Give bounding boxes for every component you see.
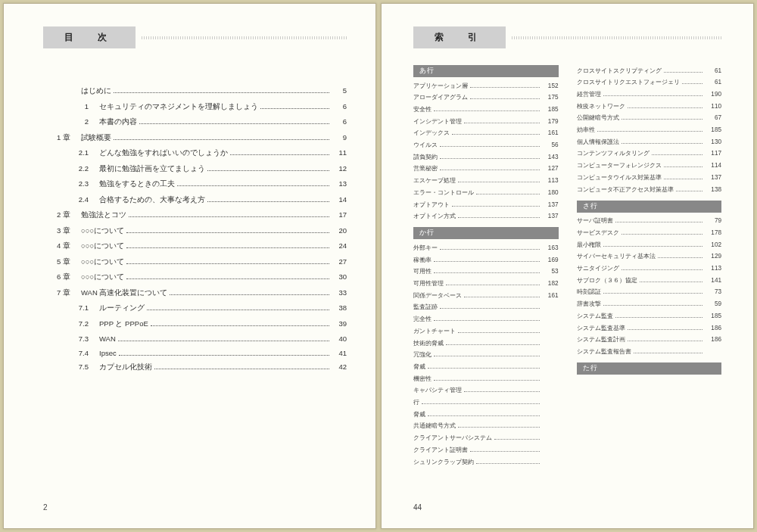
index-term: サイバーセキュリティ基本法 (577, 252, 656, 262)
index-group: クロスサイトスクリプティング61クロスサイトリクエストフォージェリ61経営管理1… (577, 65, 722, 196)
toc-label: 試験概要 (81, 133, 111, 143)
index-leader (470, 451, 540, 452)
index-group: か行外部キー163稼働率169可用性53可用性管理182関係データベース161監… (413, 227, 559, 468)
index-leader (434, 110, 540, 111)
index-leader (621, 143, 703, 144)
index-group-header: か行 (413, 227, 559, 239)
index-page: 53 (542, 267, 559, 277)
toc-page: 14 (332, 195, 347, 204)
toc-entry: 2本書の内容6 (52, 117, 347, 127)
index-leader (458, 217, 540, 218)
index-entry: 冗強化0 (413, 350, 559, 362)
toc-entry: 7.1ルーティング38 (52, 303, 347, 313)
index-leader (603, 293, 703, 294)
index-page: 117 (705, 149, 721, 159)
index-page: 67 (705, 114, 721, 123)
toc-number: 4 章 (52, 241, 81, 251)
index-term: 共通鍵暗号方式 (413, 422, 456, 431)
wave-rule (512, 36, 721, 39)
index-page: 129 (705, 252, 721, 262)
toc-number: 1 (52, 102, 99, 110)
index-page: 190 (705, 90, 721, 100)
index-entry: キャパシティ管理0 (413, 385, 559, 397)
index-entry: 個人情報保護法130 (577, 136, 722, 148)
toc-number: 3 章 (52, 226, 81, 236)
toc-entry: 6 章○○○について30 (52, 272, 347, 282)
index-entry: コンテンツフィルタリング117 (577, 148, 722, 160)
index-column: あ行アプリケーション層152アローダイアグラム175安全性185インシデント管理… (413, 65, 559, 473)
index-leader (440, 308, 540, 309)
toc-leader (230, 154, 329, 155)
index-entry: 関係データベース161 (413, 290, 559, 302)
index-page: 143 (542, 153, 559, 163)
toc-number: 7.5 (52, 362, 99, 371)
toc-leader (114, 139, 329, 140)
index-term: クロスサイトリクエストフォージェリ (577, 78, 680, 88)
toc-page: 20 (332, 226, 347, 235)
toc-page: 27 (332, 257, 347, 266)
index-term: クロスサイトスクリプティング (577, 67, 662, 76)
toc-leader (129, 216, 329, 217)
index-title: 索 引 (413, 26, 506, 48)
toc-leader (118, 341, 329, 341)
index-page: 180 (542, 188, 559, 198)
toc-entry: はじめに5 (52, 86, 347, 96)
toc-number: 7.3 (52, 334, 99, 343)
index-term: システム監査計画 (577, 335, 625, 345)
index-term: サーバ証明書 (577, 216, 613, 226)
index-term: 冗強化 (413, 350, 431, 360)
index-leader (464, 391, 540, 392)
index-term: 検疫ネットワーク (577, 102, 625, 112)
index-leader (603, 246, 703, 247)
toc-number: 6 章 (52, 272, 81, 282)
index-term: シュリンクラップ契約 (413, 458, 474, 468)
toc-page: 40 (332, 334, 347, 343)
toc-entry: 5 章○○○について27 (52, 257, 347, 267)
index-leader (603, 95, 703, 96)
index-term: インシデント管理 (413, 117, 462, 127)
toc-page: 41 (332, 349, 347, 357)
index-group: た行 (577, 362, 722, 375)
toc-label: 本書の内容 (99, 117, 137, 127)
toc-label: ○○○について (81, 241, 124, 251)
toc-label: WAN (99, 334, 116, 343)
toc-page: 30 (332, 272, 347, 281)
index-leader (440, 158, 540, 159)
index-term: コンピューターフォレンジクス (577, 161, 662, 171)
index-term: キャパシティ管理 (413, 386, 462, 396)
toc-page: 6 (332, 102, 347, 110)
index-entry: 検疫ネットワーク110 (577, 101, 722, 113)
index-entry: エラー・コントロール180 (413, 187, 559, 199)
toc-number: 2.1 (52, 148, 99, 157)
index-term: 経営管理 (577, 90, 601, 100)
index-page: 137 (542, 201, 559, 210)
index-entry: コンピュータ不正アクセス対策基準138 (577, 184, 722, 196)
toc-leader (207, 170, 329, 171)
toc-entry: 7.5カプセル化技術42 (52, 362, 347, 372)
toc-page: 13 (332, 179, 347, 188)
index-entry: アローダイアグラム175 (413, 92, 559, 104)
toc-entry: 1 章試験概要9 (52, 133, 347, 143)
index-entry: 公開鍵暗号方式67 (577, 113, 722, 125)
index-leader (615, 222, 703, 222)
index-term: 最小権限 (577, 241, 601, 250)
index-entry: 可用性管理182 (413, 278, 559, 291)
index-term: ウイルス (413, 141, 438, 151)
index-page: 186 (705, 324, 721, 334)
toc-label: 勉強をするときの工夫 (99, 179, 175, 189)
toc-label: 最初に勉強計画を立てましょう (99, 164, 205, 174)
index-leader (458, 332, 540, 333)
index-leader (476, 463, 540, 464)
index-entry: 技術的脅威0 (413, 338, 559, 350)
toc-leader (170, 294, 329, 295)
index-entry: サーバ証明書79 (577, 216, 722, 228)
index-term: 時刻認証 (577, 288, 601, 297)
index-term: システム監査報告書 (577, 347, 631, 357)
index-page: 175 (542, 93, 559, 103)
toc-label: ○○○について (81, 226, 124, 236)
index-leader (682, 83, 703, 84)
toc-page: 33 (332, 288, 347, 297)
index-page: 185 (705, 312, 721, 322)
toc-entry: 7.2PPP と PPPoE39 (52, 319, 347, 329)
index-entry: 効率性185 (577, 125, 722, 137)
